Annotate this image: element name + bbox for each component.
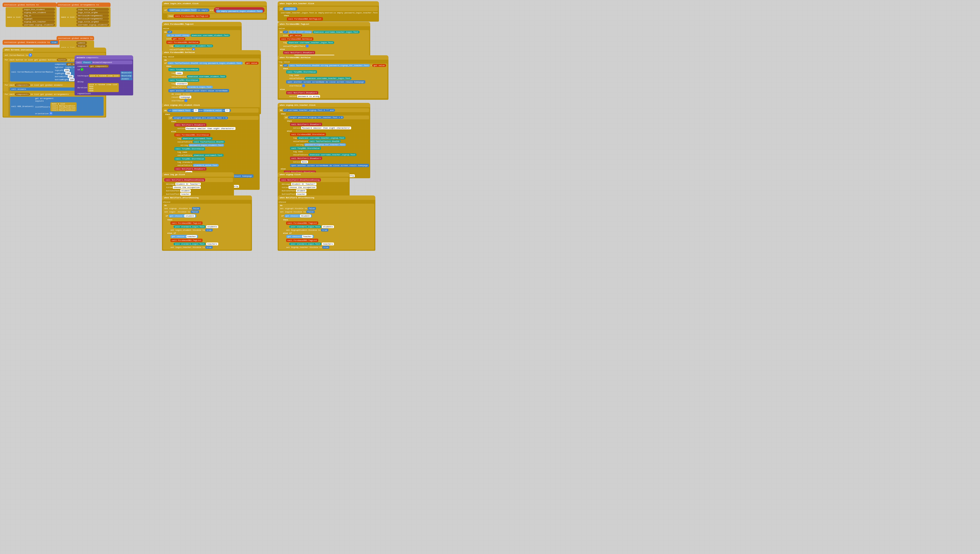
call-firebase-getvalue: call FirebaseDB1.GetValue <box>166 41 200 44</box>
btn-log-in: log_in <box>22 14 55 17</box>
svg-rect-0 <box>0 0 980 554</box>
bounce-in: BounceIn <box>121 71 132 74</box>
dialog2-btn2: teacher <box>296 193 307 196</box>
btn-signup-teacher: signup_btn_teacher <box>22 20 55 23</box>
result-homepage: homepage <box>180 96 191 99</box>
bottom-left-val: 100 <box>68 75 73 78</box>
dialog-btn2: teacher <box>180 193 191 196</box>
dialog2-message: Student Or Teacher? <box>291 183 317 185</box>
anim-signup: Signup <box>76 45 87 47</box>
call-firebase-gettaglist: call FirebaseDB1.GetTagList <box>174 14 210 18</box>
start-value-teacher <box>302 84 305 87</box>
firebase2-store-teacher: call FirebaseDB2.StoreValue <box>290 133 326 136</box>
downcase-teacher-signup2: downcase username_teacher_signup.Text <box>309 153 357 156</box>
call-firebase-teacher-taglist: call FirebaseDB2.GetTagList <box>287 17 323 21</box>
grid-background <box>0 0 980 554</box>
students-text2: students <box>322 225 334 228</box>
password-teacher-signup-text: password_signup_thr_teacher.Text <box>304 143 346 146</box>
choice-student-check: get choice = student <box>169 214 196 218</box>
call-firebase2-getvalue: call FirebaseDB2.GetValue <box>280 37 313 41</box>
make-list-colors: make a list color1 BackgroundColor color… <box>50 102 76 111</box>
choice-teacher-check: get choice = teacher <box>170 235 198 238</box>
set-signup2-visible-false: false <box>308 207 316 210</box>
call-notifier-teacher-alert: call Notifier1.ShowAlert <box>283 51 315 54</box>
firebase-store-value: call FirebaseDB1.StoreValue <box>174 133 210 137</box>
get-value-ref2: get value <box>245 62 259 65</box>
call-tinydb-store2: call TinyDB1.StoreValue <box>169 78 199 82</box>
set-login-visible-false: false <box>191 210 199 213</box>
join-standard-teachers: join standard_login.Text <box>173 242 206 245</box>
firebase-taglist-students: call FirebaseDB2.TagList <box>170 221 202 225</box>
is-in-list-thing: is in list? thing <box>166 34 190 37</box>
teachers-text2: teachers <box>322 242 334 245</box>
arr-username-signup: username_signup_student2 <box>76 24 109 26</box>
downcase-username-signup2: downcase username3.Text <box>193 154 224 157</box>
tinydb-teacher-name: call TinyDB1.StoreValue <box>286 70 317 73</box>
arr-logo-fas: logo_fas_arghm <box>76 8 109 11</box>
open-screen-teacher-login: open another screen screenName do close … <box>286 80 365 84</box>
init-animate-label: initialize global animate to <box>58 37 92 39</box>
call-notifier2-choose-dialog: call Notifier2.ShowChooseDialog <box>280 178 321 181</box>
arr-vertical1: VerticalArrangement1 <box>76 14 109 17</box>
group-init-arrangements: initialize global arrangements to make a… <box>57 3 111 27</box>
downcase-username-signup: downcase username3.Text <box>181 137 212 140</box>
sha256-teacher-check: call TaifunTools1.Sha256 string password… <box>288 64 370 67</box>
group-notifier2-choosing: when Notifier2.AfterChoosing choice do s… <box>278 196 375 251</box>
downcase-username2: downcase username_student.Text <box>173 45 213 47</box>
choice-student-check2: get choice = Student <box>284 214 312 218</box>
group-firebase2-taglist: when FirebaseDB2.TagList value do if is … <box>278 22 370 60</box>
bottom-right-val: 100 <box>69 78 75 81</box>
orientation-circle: ● <box>49 111 53 115</box>
dialog-title: choose the occupation <box>173 186 201 189</box>
teacher-length-check: length password_signup_thr_teacher.Text … <box>288 116 344 119</box>
group-init-standard-visible: initialize global Standard_visible to tr… <box>3 40 59 45</box>
login-student-visible-true: true <box>205 229 212 231</box>
downcase-username3: downcase username_student.Text <box>187 75 226 78</box>
teachers-text: teachers <box>206 242 218 245</box>
set-login2-visible-false: false <box>307 210 315 213</box>
arr-vertical2: VerticalArrangement2 <box>76 17 109 20</box>
animate-component-call: Phase1 <box>82 61 92 64</box>
set-signup-visible-false: false <box>192 207 200 210</box>
anim-label1: Label1 <box>76 41 87 44</box>
call-corner-radius: call CornerRadius1.SetCornerRadius <box>11 71 53 73</box>
get-components-ref: get components <box>89 65 109 68</box>
init-buttons-label: initialize global buttons to <box>4 3 38 6</box>
arr-logo-title: logo_title_arghm <box>76 11 109 14</box>
notifier-done-teacher: call Notifier1.ShowAlert <box>290 157 322 160</box>
tinydb-store-name-signup: call TinyDB1.StoreValue <box>174 147 205 150</box>
firebase-taglist-signup-teachers: call FirebaseDB3.TagList <box>286 239 318 242</box>
get-value-ref: get value <box>172 37 185 40</box>
components-var: components <box>15 84 30 86</box>
dialog-btn1: student <box>180 189 191 192</box>
make-list-arr-label: make a list <box>61 16 75 18</box>
btn-login-student: login_btn_student <box>22 8 55 11</box>
call-notifier-choose-dialog: call Notifier1.ShowChooseDialog <box>164 178 205 181</box>
id-check: ✓ <box>81 68 84 71</box>
call-kde-gradient: call KDE_Gradient1 <box>11 105 33 108</box>
downcase-teacher-login3: downcase username_teacher_login.Text <box>305 77 352 80</box>
teacher-login-condition: teachers <box>283 7 298 11</box>
startvalue-circle <box>185 99 188 102</box>
firebase2-if-gotvalue: if <box>283 64 288 67</box>
tag-name: name <box>176 72 183 75</box>
notifier-done: call Notifier1.ShowAlert <box>174 167 207 170</box>
open-screen-teacher-signup: open another screen screenName do close … <box>290 164 369 167</box>
downcase-username: downcase username_student.Text <box>191 34 230 37</box>
not-condition: not is empty password_login_student.Text <box>214 7 264 13</box>
standard-value-text: standard_value.Text <box>193 164 219 167</box>
animate-hat-label: animate <box>76 56 85 59</box>
btn-signup1: signup1 <box>22 17 55 20</box>
signup-teacher-if-condition: if username_teacher_signup.Text ≠ "" and <box>283 109 335 111</box>
for-each-button-label: for each button in list get global butto… <box>5 59 57 61</box>
bounce-up: BounceUp <box>121 74 132 77</box>
firebase2-if: if <box>283 30 288 33</box>
pick-random-duration: pick a random item list 6500 6000 4500 <box>88 83 119 92</box>
group-signup-teacher-click: when signup_btn_teacher.Click do if user… <box>278 103 370 178</box>
do-if-taglist: if <box>167 30 172 33</box>
when-screen1-label: when Screen1.initialize <box>5 49 33 51</box>
call-notifier-teacher-short-pw: call Notifier1.ShowAlert <box>290 123 322 126</box>
students-text: students <box>206 225 218 228</box>
tinydb-store-standard-signup: call TinyDB1.StoreValue <box>174 157 205 161</box>
group-animate-block: animate components call Phase1 AnimateCo… <box>75 55 133 96</box>
